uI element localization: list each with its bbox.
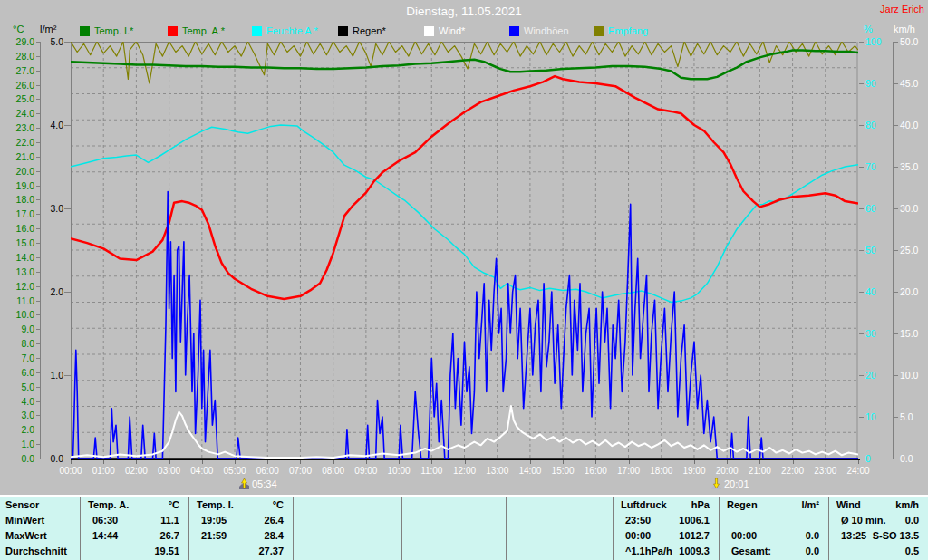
x-axis-tick-label: 05:00: [217, 466, 253, 476]
axis-tick-label-percent: 70: [865, 161, 891, 172]
legend-swatch-icon: [594, 26, 604, 36]
x-axis-tick: [267, 460, 268, 464]
axis-tick: [859, 125, 864, 126]
axis-tick: [64, 208, 71, 209]
legend-label: Regen*: [353, 25, 386, 36]
x-axis-tick: [169, 460, 170, 464]
axis-tick: [859, 167, 864, 168]
axis-tick-label-kmh: 40.0: [900, 120, 927, 130]
x-axis-tick: [431, 460, 432, 464]
table-cell-value: 1012.7: [613, 530, 710, 541]
table-row-label: MinWert: [5, 515, 44, 526]
table-cell-value: 26.4: [188, 515, 284, 526]
table-cell-value: 19.51: [80, 546, 179, 556]
x-axis-tick: [334, 460, 334, 464]
axis-tick-label-celsius: 21.0: [5, 151, 34, 162]
axis-tick-label-kmh: 50.0: [900, 36, 927, 47]
table-cell-value: 26.7: [80, 530, 179, 541]
axis-tick-label-celsius: 25.0: [5, 93, 34, 104]
axis-tick: [859, 83, 864, 84]
unit-label-lm2: l/m²: [40, 24, 56, 34]
x-axis-tick: [694, 460, 695, 464]
legend-item: Feuchte A.*: [252, 25, 318, 36]
axis-tick-label-kmh: 30.0: [900, 203, 927, 214]
axis-tick-label-celsius: 2.0: [5, 424, 34, 435]
x-axis-tick: [498, 460, 498, 464]
summary-table: SensorMinWertMaxWertDurchschnittTemp. A.…: [0, 497, 928, 560]
axis-tick-label-lm2: 4.0: [36, 120, 63, 130]
x-axis-tick-label: 12:00: [447, 466, 483, 476]
axis-tick: [894, 42, 898, 43]
sunrise-icon: [238, 478, 250, 489]
x-axis-tick-label: 23:00: [807, 466, 844, 476]
unit-label-kmh: km/h: [894, 24, 915, 34]
axis-tick-label-kmh: 0.0: [900, 453, 927, 464]
axis-tick-label-celsius: 7.0: [5, 352, 34, 363]
axis-tick-label-kmh: 25.0: [900, 245, 927, 256]
table-cell-value: 1009.3: [613, 546, 710, 556]
x-axis-tick: [103, 460, 104, 464]
legend-label: Empfang: [608, 25, 648, 36]
axis-tick-label-celsius: 22.0: [5, 137, 34, 148]
axis-tick-label-celsius: 16.0: [5, 223, 34, 234]
table-column-divider: [293, 497, 294, 560]
legend-swatch-icon: [338, 26, 348, 36]
axis-tick-label-celsius: 12.0: [5, 281, 34, 292]
axis-tick-label-celsius: 1.0: [5, 439, 34, 449]
axis-tick-label-lm2: 2.0: [36, 286, 63, 297]
x-axis-tick-label: 06:00: [249, 466, 285, 476]
x-axis-tick-label: 17:00: [611, 466, 647, 476]
axis-tick: [859, 208, 864, 209]
axis-tick-label-celsius: 15.0: [5, 237, 34, 248]
x-axis-tick-label: 22:00: [775, 466, 811, 476]
axis-tick-label-celsius: 17.0: [5, 208, 34, 219]
axis-tick-label-celsius: 29.0: [5, 36, 34, 47]
x-axis-tick: [826, 460, 826, 464]
legend-label: Windböen: [524, 25, 569, 36]
axis-tick: [894, 459, 898, 459]
axis-tick-label-percent: 40: [865, 286, 891, 297]
legend-item: Windböen: [509, 25, 569, 36]
axis-tick-label-celsius: 8.0: [5, 338, 34, 349]
axis-tick-label-percent: 30: [865, 328, 891, 339]
legend-item: Regen*: [338, 25, 386, 36]
x-axis-tick: [563, 460, 564, 464]
station-owner-name: Jarz Erich: [880, 4, 924, 14]
axis-tick-label-celsius: 0.0: [5, 453, 34, 464]
table-column-unit: hPa: [613, 499, 710, 510]
axis-tick: [64, 125, 71, 126]
sunset-icon: [710, 478, 722, 489]
legend-item: Temp. I.*: [80, 25, 133, 36]
x-axis-tick: [629, 460, 630, 464]
unit-label-celsius: °C: [13, 24, 24, 34]
legend-label: Temp. I.*: [94, 25, 133, 36]
x-axis-tick-label: 08:00: [315, 466, 352, 476]
table-cell-value: S-SO 13.5: [828, 530, 919, 541]
axis-tick-label-percent: 50: [865, 245, 891, 256]
axis-tick: [894, 83, 898, 84]
table-column-divider: [506, 497, 507, 560]
legend-swatch-icon: [509, 26, 519, 36]
axis-tick-label-celsius: 24.0: [5, 108, 34, 119]
table-cell-value: 0.5: [828, 546, 919, 556]
sunset-marker: 20:01: [710, 478, 749, 489]
x-axis-tick: [759, 460, 760, 464]
unit-label-percent: %: [864, 24, 873, 34]
x-axis-tick-label: 20:00: [709, 466, 745, 476]
table-row-label: MaxWert: [5, 530, 47, 541]
table-column-divider: [401, 497, 402, 560]
table-column-unit: °C: [80, 499, 179, 510]
axis-tick-label-lm2: 0.0: [36, 453, 63, 464]
legend-swatch-icon: [168, 26, 178, 36]
legend-label: Temp. A.*: [182, 25, 225, 36]
axis-tick-label-celsius: 20.0: [5, 166, 34, 177]
axis-tick-label-lm2: 5.0: [36, 36, 63, 47]
x-axis-tick-label: 11:00: [413, 466, 450, 476]
x-axis-tick-label: 00:00: [53, 466, 89, 476]
sunrise-time: 05:34: [252, 478, 277, 489]
table-cell-value: 0.0: [719, 530, 819, 541]
table-cell-value: 1006.1: [613, 515, 710, 526]
x-axis-tick-label: 15:00: [545, 466, 581, 476]
axis-tick-label-celsius: 5.0: [5, 381, 34, 392]
x-axis-tick-label: 04:00: [184, 466, 220, 476]
